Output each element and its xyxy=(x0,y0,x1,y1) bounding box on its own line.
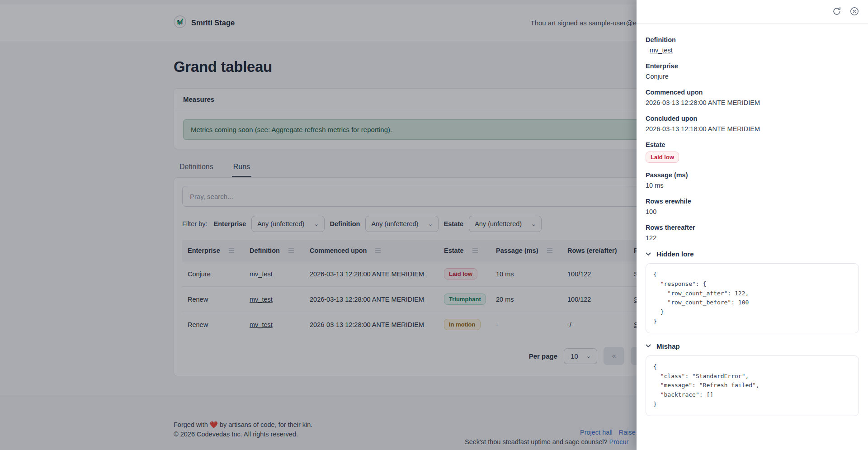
field-label: Estate xyxy=(646,141,859,148)
mishap-toggle[interactable]: Mishap xyxy=(646,342,859,350)
mishap-code: { "class": "StandardError", "message": "… xyxy=(646,355,859,416)
field-value: 100 xyxy=(646,208,859,215)
field-value: Conjure xyxy=(646,73,859,80)
run-details-drawer: Definition mv_test Enterprise Conjure Co… xyxy=(637,0,868,450)
field-label: Enterprise xyxy=(646,62,859,70)
field-label: Definition xyxy=(646,36,859,43)
chevron-down-icon xyxy=(646,252,651,256)
mishap-section: Mishap { "class": "StandardError", "mess… xyxy=(646,342,859,416)
field-value: 2026-03-13 12:18:00 ANTE MERIDIEM xyxy=(646,125,859,133)
hidden-lore-toggle[interactable]: Hidden lore xyxy=(646,250,859,258)
field-label: Commenced upon xyxy=(646,89,859,96)
chevron-down-icon xyxy=(646,344,651,348)
close-icon[interactable] xyxy=(849,6,860,17)
field-label: Concluded upon xyxy=(646,115,859,122)
refresh-icon[interactable] xyxy=(831,6,842,17)
field-label: Rows thereafter xyxy=(646,224,859,231)
field-label: Passage (ms) xyxy=(646,171,859,179)
drawer-estate-badge: Laid low xyxy=(646,152,679,163)
field-label: Rows erewhile xyxy=(646,198,859,205)
field-value: 122 xyxy=(646,234,859,242)
field-value: 2026-03-13 12:28:00 ANTE MERIDIEM xyxy=(646,99,859,106)
hidden-lore-code: { "response": { "row_count_after": 122, … xyxy=(646,263,859,333)
drawer-definition-link[interactable]: mv_test xyxy=(650,47,673,54)
hidden-lore-section: Hidden lore { "response": { "row_count_a… xyxy=(646,250,859,333)
field-value: 10 ms xyxy=(646,182,859,189)
